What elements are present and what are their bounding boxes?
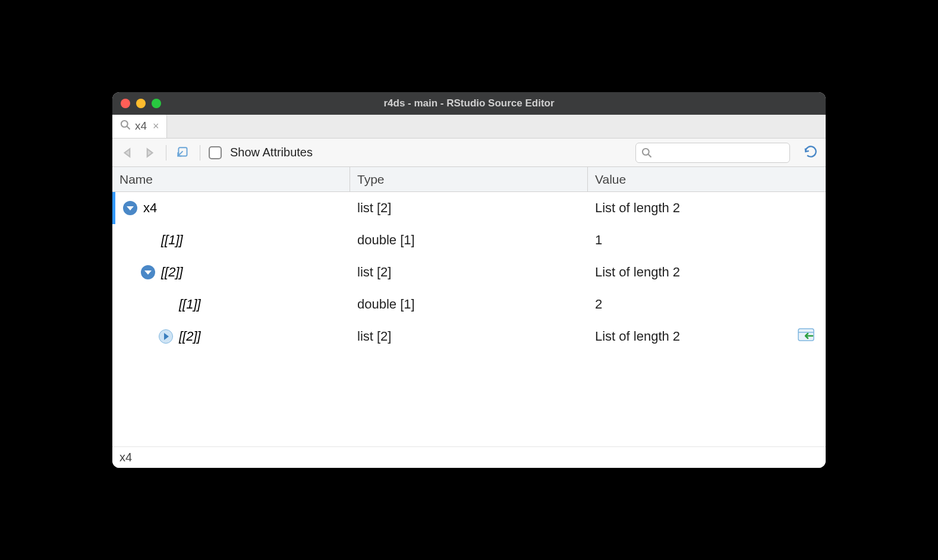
object-name: x4 <box>143 200 157 216</box>
name-cell: [[1]] <box>112 297 350 312</box>
svg-point-0 <box>121 120 128 127</box>
tree-row[interactable]: [[1]]double [1]1 <box>112 224 826 256</box>
open-new-window-button[interactable] <box>175 144 191 161</box>
svg-point-3 <box>643 148 649 155</box>
svg-line-4 <box>649 154 651 157</box>
minimize-window-button[interactable] <box>136 99 146 108</box>
send-to-console-icon[interactable] <box>797 327 816 346</box>
show-attributes-label: Show Attributes <box>230 146 313 159</box>
toolbar: Show Attributes <box>112 139 826 167</box>
status-bar: x4 <box>112 446 826 468</box>
object-name: [[2]] <box>161 265 183 280</box>
show-attributes-checkbox[interactable] <box>209 146 222 159</box>
toggle-spacer <box>141 233 155 247</box>
object-type: list [2] <box>350 329 588 344</box>
collapse-icon[interactable] <box>123 201 137 215</box>
name-cell: [[2]] <box>112 329 350 344</box>
column-name-header[interactable]: Name <box>112 167 350 191</box>
tree-row[interactable]: [[2]]list [2]List of length 2 <box>112 256 826 288</box>
toolbar-separator <box>200 145 200 161</box>
search-input[interactable] <box>635 143 790 163</box>
search-icon <box>641 147 653 159</box>
column-type-header[interactable]: Type <box>350 167 588 191</box>
object-type: double [1] <box>350 232 588 248</box>
name-cell: [[2]] <box>112 265 350 280</box>
maximize-window-button[interactable] <box>152 99 161 108</box>
tree-row[interactable]: [[2]]list [2]List of length 2 <box>112 320 826 353</box>
column-header: Name Type Value <box>112 167 826 192</box>
rstudio-window: r4ds - main - RStudio Source Editor x4 × <box>112 92 826 468</box>
status-path: x4 <box>119 451 132 464</box>
object-name: [[1]] <box>161 232 183 248</box>
object-value: List of length 2 <box>588 200 826 216</box>
search-icon <box>119 119 131 134</box>
name-cell: [[1]] <box>112 232 350 248</box>
object-name: [[1]] <box>179 297 201 312</box>
traffic-lights <box>121 99 161 108</box>
object-name: [[2]] <box>179 329 201 344</box>
tab-x4[interactable]: x4 × <box>112 114 167 138</box>
object-type: double [1] <box>350 297 588 312</box>
name-cell: x4 <box>112 200 350 216</box>
expand-icon[interactable] <box>159 329 173 344</box>
tree-row[interactable]: [[1]]double [1]2 <box>112 288 826 320</box>
back-button[interactable] <box>119 144 136 161</box>
object-value: List of length 2 <box>588 327 826 346</box>
object-tree[interactable]: x4list [2]List of length 2[[1]]double [1… <box>112 192 826 446</box>
object-value: 2 <box>588 297 826 312</box>
toolbar-separator <box>166 145 166 161</box>
object-value: List of length 2 <box>588 265 826 280</box>
object-value: 1 <box>588 232 826 248</box>
close-tab-icon[interactable]: × <box>153 120 159 133</box>
collapse-icon[interactable] <box>141 265 155 279</box>
close-window-button[interactable] <box>121 99 130 108</box>
toggle-spacer <box>159 297 173 312</box>
tab-bar: x4 × <box>112 115 826 139</box>
window-title: r4ds - main - RStudio Source Editor <box>383 97 554 109</box>
object-type: list [2] <box>350 200 588 216</box>
tab-label: x4 <box>135 119 147 133</box>
column-value-header[interactable]: Value <box>588 167 826 191</box>
titlebar: r4ds - main - RStudio Source Editor <box>112 92 826 115</box>
tree-row[interactable]: x4list [2]List of length 2 <box>112 192 826 224</box>
refresh-button[interactable] <box>803 144 819 162</box>
forward-button[interactable] <box>141 144 158 161</box>
svg-line-1 <box>127 126 130 129</box>
object-type: list [2] <box>350 265 588 280</box>
